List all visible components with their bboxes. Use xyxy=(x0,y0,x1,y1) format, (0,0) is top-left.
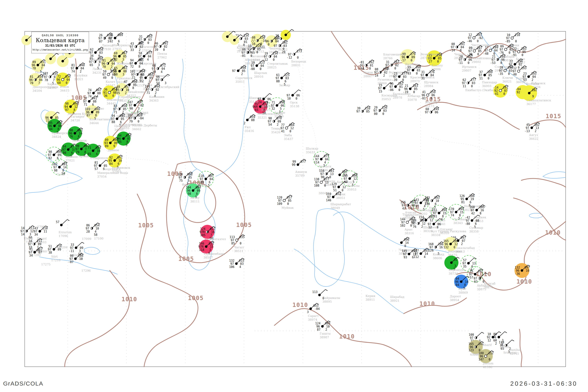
cloud-value: 0 xyxy=(398,88,400,92)
station-id: 34415 xyxy=(60,89,70,92)
cloud-value: 0 xyxy=(369,67,371,70)
station-id: 38049 xyxy=(330,206,340,210)
station-name: Камышин xyxy=(149,95,164,98)
dewpoint-value: 71 xyxy=(114,110,117,114)
station-id: 35633 xyxy=(306,150,315,154)
dewpoint-value: 81 xyxy=(461,200,465,204)
dewpoint-value: 97 xyxy=(415,204,419,208)
visibility-value: 92 xyxy=(517,90,520,94)
station-id: 35321 xyxy=(258,116,267,119)
dewpoint-value: -57 xyxy=(468,276,473,279)
dewpoint-value: 11 xyxy=(479,77,483,80)
station-name: Эмба xyxy=(284,134,292,137)
dewpoint-value: 81 xyxy=(434,214,437,218)
station-plot: 17099 xyxy=(82,237,91,241)
station-id: 17099 xyxy=(82,237,91,241)
station-id: 35416 xyxy=(244,129,254,133)
grads-credit: GrADS/COLA xyxy=(3,380,43,387)
cloud-cover-icon xyxy=(262,98,265,100)
map-canvas: 1005100510051005100510051000101510151015… xyxy=(0,0,588,392)
dewpoint-value: -14 xyxy=(373,74,378,78)
station-name: Благовещенка xyxy=(383,53,406,56)
station-name: Орск xyxy=(290,101,298,104)
station-id: 35118 xyxy=(249,100,258,104)
dewpoint-value: -11 xyxy=(384,67,390,70)
station-name: Banihal xyxy=(510,348,521,352)
station-id: 38974 xyxy=(308,318,317,322)
station-Дивное: 899389040099Дивное xyxy=(103,136,119,152)
station-Elazig: 14971411112360Elazig17202 xyxy=(20,226,34,244)
dewpoint-value: 87 xyxy=(317,328,320,332)
station-id: 37021 xyxy=(66,159,75,162)
station-Аральск: 144971140730445Аральск35746 xyxy=(314,151,332,172)
dewpoint-value: -53 xyxy=(490,61,496,65)
dewpoint-value: 65 xyxy=(255,108,258,112)
dewpoint-value: 34 xyxy=(29,254,33,257)
cloud-cover-icon xyxy=(38,230,41,233)
station-id: 38202 xyxy=(418,212,428,216)
station-name: Коканд xyxy=(433,253,444,256)
dewpoint-value: 34 xyxy=(90,54,94,58)
dewpoint-value: -07 xyxy=(68,260,74,264)
dewpoint-value: 54 xyxy=(268,123,272,126)
dewpoint-value: 70 xyxy=(30,81,33,85)
station-Мичуринск: 56970208965Мичуринск27935 xyxy=(109,32,130,51)
dewpoint-value: 08 xyxy=(276,80,280,83)
cloud-value: 4 xyxy=(147,58,149,61)
cloud-cover-icon xyxy=(58,166,61,168)
cloud-cover-icon xyxy=(235,262,238,265)
dewpoint-value: 24 xyxy=(258,100,262,104)
station-name: Дароот xyxy=(450,294,461,298)
cloud-cover-icon xyxy=(88,100,90,103)
dewpoint-value: 105 xyxy=(200,234,206,237)
station-name: Космурын xyxy=(382,94,397,97)
cloud-cover-icon xyxy=(467,262,470,264)
station-name: Минеральные Воды xyxy=(97,171,128,175)
wind-barb-icon xyxy=(477,332,484,337)
cloud-value: 3 xyxy=(108,40,109,43)
station-Байрамалы: Байрамалы38895 xyxy=(322,296,340,304)
dewpoint-value: 78 xyxy=(32,67,36,70)
cloud-value: 0 xyxy=(329,176,331,179)
station-name: Пенза xyxy=(158,52,167,56)
station-id: 38507 xyxy=(204,256,213,259)
dewpoint-value: 84 xyxy=(109,162,113,166)
cloud-value: 0 xyxy=(430,97,432,100)
station-plot xyxy=(281,30,294,40)
cloud-cover-half-icon xyxy=(240,38,241,40)
cloud-cover-half-icon xyxy=(25,230,27,232)
dewpoint-value: -01 xyxy=(240,54,246,58)
dewpoint-value: -46 xyxy=(467,40,472,43)
station-id: 28916 xyxy=(254,75,264,78)
station-name: Сочи xyxy=(57,173,64,176)
cloud-value: 2 xyxy=(125,91,126,95)
cloud-cover-half-icon xyxy=(456,46,457,48)
station-name: Байконур xyxy=(337,180,352,184)
cloud-value: 0 xyxy=(382,112,384,116)
cloud-value: 0 xyxy=(324,184,326,188)
station-id: 38869 xyxy=(458,291,468,294)
cloud-cover-icon xyxy=(320,181,322,184)
station-id: 34824 xyxy=(52,135,61,138)
dewpoint-value: 79 xyxy=(76,150,80,154)
cloud-value: 6 xyxy=(92,103,94,106)
weather-ring-map-page: 1005100510051005100510051000101510151015… xyxy=(0,0,588,392)
station-Черлак: 0897-14201040Черлак28799 xyxy=(450,42,466,60)
station-name: Павлодар xyxy=(482,80,497,84)
station-name: Лиски xyxy=(92,67,102,71)
cloud-value: 0 xyxy=(297,56,299,60)
cloud-cover-icon xyxy=(504,48,507,51)
station-Шарлык: 1997-08123040Шарлык28916 xyxy=(250,60,267,78)
dewpoint-value: -44 xyxy=(359,67,364,70)
dewpoint-value: 36 xyxy=(104,94,108,98)
dewpoint-value: 28 xyxy=(86,230,90,234)
cloud-cover-icon xyxy=(394,86,397,88)
cloud-cover-icon xyxy=(233,39,236,42)
station-name: Урюпинск xyxy=(117,77,133,80)
cloud-value: 0 xyxy=(250,54,252,58)
isobar-label-1010: 1010 xyxy=(292,302,308,308)
dewpoint-value: 80 xyxy=(63,151,66,155)
cloud-cover-icon xyxy=(237,70,240,72)
cloud-cover-icon xyxy=(74,132,76,135)
dewpoint-value: 72 xyxy=(132,76,135,80)
